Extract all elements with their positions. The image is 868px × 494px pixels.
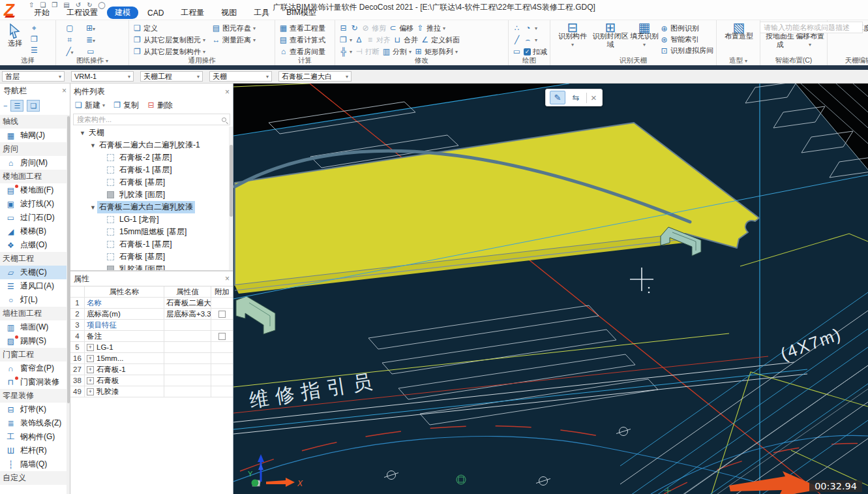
- nav-item-threshold-stone[interactable]: ▭过门石(D): [0, 211, 67, 224]
- function-search-input[interactable]: [760, 22, 863, 33]
- expand-icon[interactable]: +: [87, 355, 94, 362]
- mirror-icon[interactable]: ∆: [355, 35, 363, 44]
- virtual-room-button[interactable]: ⊡识别虚拟房间: [660, 46, 713, 55]
- sheet-grid-icon[interactable]: ⊞▾: [80, 23, 102, 35]
- point-tool-icon[interactable]: ∴: [513, 23, 521, 33]
- circle-tool-icon[interactable]: ◔: [524, 23, 532, 33]
- dynamic-orbit-button[interactable]: ⇆: [568, 91, 584, 104]
- component-search[interactable]: [73, 114, 230, 125]
- component-search-input[interactable]: [77, 116, 214, 123]
- tab-cad[interactable]: CAD: [140, 8, 172, 18]
- nav-item-opening-finish[interactable]: ⊓门窗洞装修: [0, 375, 67, 389]
- detail-view-toggle[interactable]: ❏: [27, 100, 40, 112]
- component-list-close-icon[interactable]: ×: [225, 87, 230, 97]
- line-tool-icon[interactable]: ╱: [513, 35, 521, 44]
- viewport-canvas[interactable]: 维修指引员 (4X7m) Y X: [233, 84, 868, 494]
- tree-leaf[interactable]: 石膏板 [基层]: [70, 251, 233, 263]
- split-button[interactable]: ▥分割▾: [382, 47, 412, 57]
- attach-checkbox[interactable]: [218, 333, 226, 340]
- batch-select-icon[interactable]: ☰: [30, 46, 38, 55]
- tab-quantity[interactable]: 工程量: [173, 7, 212, 19]
- view-room-quantity-button[interactable]: ⌂查看房间量: [279, 47, 325, 57]
- select-button[interactable]: 选择: [4, 22, 26, 55]
- tree-leaf-clipped[interactable]: 乳胶漆 [面层]: [70, 263, 233, 271]
- nav-item-skirting[interactable]: ▨踢脚(S): [0, 334, 67, 348]
- define-button[interactable]: ❏定义: [133, 23, 158, 33]
- tree-node-group-2-selected[interactable]: ▼石膏板二遍大白二遍乳胶漆: [70, 201, 233, 213]
- nav-item-trim-line[interactable]: ≣装饰线条(Z): [0, 416, 67, 430]
- tree-node-ceiling[interactable]: ▼天棚: [70, 127, 233, 139]
- expand-icon[interactable]: +: [87, 344, 94, 351]
- component-dropdown[interactable]: 石膏板二遍大白▾: [278, 71, 352, 82]
- rect-array-button[interactable]: ⊞矩形阵列▾: [414, 47, 458, 57]
- push-pull-button[interactable]: ⇧推拉▾: [416, 23, 445, 33]
- nav-item-accent[interactable]: ❖点缀(O): [0, 238, 67, 252]
- navigator-close-icon[interactable]: ×: [62, 86, 67, 95]
- copy-component-button[interactable]: ❐复制: [113, 100, 139, 111]
- nav-item-stairs[interactable]: ◢楼梯(B): [0, 224, 67, 238]
- deduct-checkbox[interactable]: ✓扣减: [524, 47, 547, 57]
- tree-leaf[interactable]: 15mm阻燃板 [基层]: [70, 226, 233, 238]
- element-store-button[interactable]: ▤图元存盘▾: [212, 23, 256, 33]
- pick-component-icon[interactable]: ⌖: [30, 23, 38, 33]
- tab-tools[interactable]: 工具: [246, 7, 277, 19]
- tree-leaf[interactable]: LG-1 [龙骨]: [70, 213, 233, 226]
- expand-icon[interactable]: +: [87, 366, 94, 373]
- list-view-toggle[interactable]: ☰: [10, 100, 23, 112]
- nav-item-vent[interactable]: ☰通风口(A): [0, 279, 67, 293]
- attach-checkbox[interactable]: [218, 311, 226, 318]
- nav-item-curtain-box[interactable]: ∩窗帘盒(P): [0, 362, 67, 375]
- type-dropdown[interactable]: 天棚▾: [209, 71, 272, 82]
- view-quantity-button[interactable]: ▦查看工程量: [279, 23, 325, 33]
- expand-icon[interactable]: +: [87, 388, 94, 395]
- smart-index-button[interactable]: ⊛智能索引: [660, 35, 699, 44]
- offset-button[interactable]: ⊂偏移: [389, 23, 413, 33]
- tab-project-settings[interactable]: 工程设置: [59, 7, 106, 19]
- properties-close-icon[interactable]: ×: [225, 274, 230, 283]
- paste-icon[interactable]: ❐: [30, 35, 38, 44]
- tab-start[interactable]: 开始: [26, 7, 57, 19]
- rect-tool-icon[interactable]: ▭: [513, 47, 521, 56]
- copy-element-icon[interactable]: ❐▾: [339, 35, 352, 44]
- delete-sheet-icon[interactable]: ▢: [60, 23, 80, 35]
- category-dropdown[interactable]: 天棚工程▾: [140, 71, 203, 82]
- tree-leaf[interactable]: 石膏板-1 [基层]: [70, 238, 233, 251]
- tree-leaf[interactable]: 乳胶漆 [面层]: [70, 189, 233, 201]
- recognize-closed-region-button[interactable]: ⊞识别封闭区域: [592, 22, 629, 56]
- tree-scrollbar[interactable]: [229, 127, 233, 270]
- place-shape-button[interactable]: ▧布置造型: [721, 22, 757, 40]
- tree-leaf[interactable]: 石膏板-2 [基层]: [70, 151, 233, 164]
- tab-bim-model[interactable]: BIM模型: [278, 7, 323, 19]
- nav-item-partition[interactable]: ┆隔墙(Q): [0, 457, 67, 471]
- nav-item-wall-face[interactable]: ▥墙面(W): [0, 320, 67, 334]
- sheet-locate-icon[interactable]: ⌗: [60, 35, 80, 47]
- move-icon[interactable]: ╬▾: [339, 47, 352, 56]
- tree-leaf[interactable]: 石膏板 [基层]: [70, 176, 233, 189]
- region-dropdown[interactable]: VRM-1▾: [71, 71, 134, 82]
- nav-item-lamp[interactable]: ○灯(L): [0, 293, 67, 307]
- tree-leaf[interactable]: 石膏板-1 [基层]: [70, 164, 233, 176]
- tree-node-group-1[interactable]: ▼石膏板二遍大白二遍乳胶漆-1: [70, 139, 233, 151]
- collapse-all-icon[interactable]: −: [3, 102, 7, 110]
- nav-item-axis-grid[interactable]: ▦轴网(J): [0, 129, 67, 142]
- expand-icon[interactable]: +: [87, 377, 94, 384]
- edit-region-button[interactable]: ✎: [550, 91, 565, 104]
- nav-item-light-strip[interactable]: ⊟灯带(K): [0, 403, 67, 416]
- merge-button[interactable]: ⊔合并: [393, 35, 418, 45]
- legend-recognize-button[interactable]: ⊕图例识别: [660, 23, 699, 33]
- recognize-component-button[interactable]: ⊟识别构件▾: [554, 22, 591, 56]
- navigator-scrollbar[interactable]: [67, 115, 70, 494]
- delete-icon[interactable]: ⊟: [339, 23, 348, 33]
- nav-item-room[interactable]: ⌂房间(M): [0, 156, 67, 170]
- nav-item-floor[interactable]: ▤楼地面(F): [0, 183, 67, 197]
- rotate-icon[interactable]: ↻: [350, 23, 359, 33]
- mini-toolbar-close-icon[interactable]: ×: [590, 92, 598, 103]
- nav-item-border-line[interactable]: ▣波打线(X): [0, 197, 67, 211]
- fill-recognize-button[interactable]: ▦填充识别▾: [630, 22, 659, 56]
- arc-tool-icon[interactable]: ⌢: [524, 35, 532, 44]
- delete-component-button[interactable]: ⊟删除: [147, 100, 173, 111]
- copy-from-layer-elements-button[interactable]: ❐从其它层复制图元▾: [133, 35, 205, 45]
- define-slope-button[interactable]: ∠定义斜面: [421, 35, 460, 45]
- view-formula-button[interactable]: ▤查看计算式: [279, 35, 325, 45]
- measure-distance-button[interactable]: ↔测量距离▾: [212, 35, 256, 45]
